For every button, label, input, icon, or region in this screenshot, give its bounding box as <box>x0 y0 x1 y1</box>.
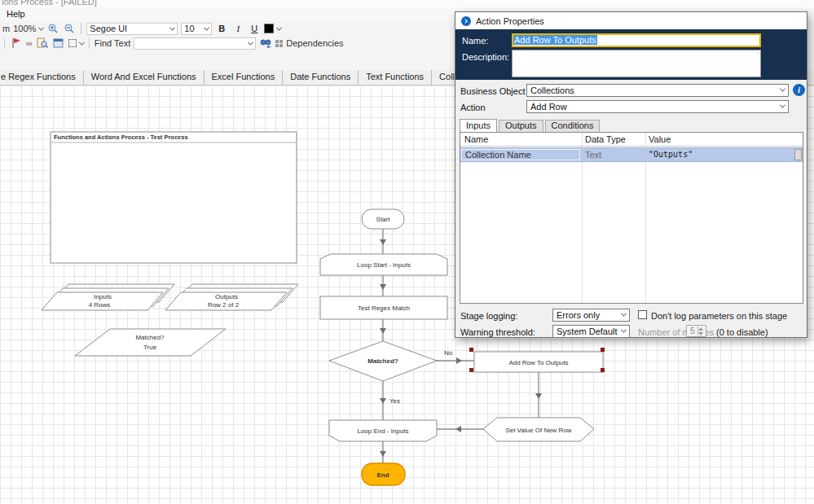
outputs-label: Outputs <box>215 293 238 300</box>
tab-conditions[interactable]: Conditions <box>545 120 601 132</box>
info-icon[interactable]: i <box>793 84 805 96</box>
underline-button[interactable]: U <box>248 22 261 35</box>
dependencies-label[interactable]: Dependencies <box>286 38 343 48</box>
chevron-down-icon <box>248 39 253 45</box>
cell-name[interactable]: Collection Name <box>461 149 580 160</box>
action-label: Action <box>460 103 486 112</box>
window-title-strip: ions Process - [FAILED] <box>0 0 814 8</box>
collection-outputs[interactable]: Outputs Row 2 of 2 <box>165 284 298 310</box>
breakpoint-flag-icon[interactable] <box>10 37 23 50</box>
stage-start[interactable]: Start <box>362 209 404 229</box>
scroll-down-icon[interactable]: ˎ <box>756 68 759 75</box>
zoom-value[interactable]: 100% <box>13 24 36 33</box>
spinner-up-icon[interactable] <box>698 327 703 331</box>
inputs-grid: Name Data Type Value Collection Name Tex… <box>460 132 803 304</box>
stage-end[interactable]: End <box>362 463 405 485</box>
loop-end-label: Loop End - Inputs <box>357 427 408 435</box>
toolbar-separator <box>4 37 5 49</box>
matched-data-label: Matched? <box>135 334 165 341</box>
bold-button[interactable]: B <box>215 22 228 35</box>
dont-log-checkbox[interactable] <box>638 310 647 319</box>
business-object-label: Business Object <box>460 86 525 96</box>
tab-regex-functions[interactable]: e Regex Functions <box>0 70 84 85</box>
selection-area-icon[interactable] <box>68 39 77 47</box>
font-size-combo[interactable]: 10 <box>181 23 212 35</box>
zoom-in-icon[interactable] <box>46 22 59 35</box>
stage-set-value-of-new-row[interactable]: Set Value Of New Row <box>483 418 594 441</box>
grid-row-collection-name[interactable]: Collection Name Text "Outputs" <box>460 147 803 162</box>
menu-help[interactable]: Help <box>3 9 29 19</box>
action-combo[interactable]: Add Row <box>526 100 789 113</box>
find-text-combo[interactable] <box>134 37 256 50</box>
expand-value-button[interactable] <box>794 149 802 160</box>
font-name-combo[interactable]: Segoe UI <box>86 23 178 35</box>
name-input-selected-text: Add Row To Outputs <box>513 35 597 45</box>
warning-threshold-combo[interactable]: System Default <box>552 325 630 338</box>
header-name: Name <box>464 134 488 144</box>
grid-header: Name Data Type Value <box>460 133 803 147</box>
zoom-dropdown-chevron-icon[interactable] <box>38 24 44 30</box>
end-label: End <box>376 471 389 479</box>
minutes-spinner[interactable]: 5 <box>686 325 706 337</box>
description-label: Description: <box>462 52 509 62</box>
tab-word-excel-functions[interactable]: Word And Excel Functions <box>84 70 205 85</box>
find-text-label: Find Text <box>95 38 130 48</box>
name-input[interactable]: Add Row To Outputs <box>512 33 761 47</box>
tab-text-functions[interactable]: Text Functions <box>359 70 432 85</box>
data-item-matched[interactable]: Matched? True <box>75 329 226 356</box>
business-object-combo[interactable]: Collections <box>526 84 789 97</box>
scroll-up-icon[interactable]: ˇ <box>756 52 759 59</box>
toolbar-separator <box>81 23 81 34</box>
dialog-title: Action Properties <box>476 16 544 26</box>
search-page-icon[interactable] <box>36 37 49 50</box>
italic-button[interactable]: I <box>231 22 244 35</box>
tab-inputs[interactable]: Inputs <box>460 119 497 132</box>
start-label: Start <box>376 216 391 223</box>
header-data-type: Data Type <box>585 134 626 144</box>
stage-decision-matched[interactable]: Matched? <box>329 341 437 381</box>
decision-label: Matched? <box>367 357 398 365</box>
disable-hint-label: (0 to disable) <box>716 327 768 337</box>
blueprism-orb-icon <box>461 16 471 26</box>
stage-loop-start[interactable]: Loop Start - Inputs <box>320 254 447 275</box>
stage-loop-end[interactable]: Loop End - Inputs <box>329 420 437 441</box>
tab-date-functions[interactable]: Date Functions <box>283 70 359 85</box>
window-title: ions Process - [FAILED] <box>2 0 97 7</box>
find-next-icon[interactable] <box>259 37 272 50</box>
stage-test-regex-match[interactable]: Test Regex Match <box>320 296 447 319</box>
chevron-down-icon <box>169 24 175 30</box>
font-color-swatch[interactable] <box>264 24 274 33</box>
inputs-label: Inputs <box>94 293 112 300</box>
minutes-value: 5 <box>690 327 695 335</box>
toolbar-separator <box>89 37 90 49</box>
zoom-out-icon[interactable] <box>63 22 76 35</box>
inputs-rows-label: 4 Rows <box>89 301 111 309</box>
description-textarea[interactable]: ˇ ˎ <box>512 50 761 77</box>
cell-data-type: Text <box>585 150 601 160</box>
link-icon[interactable]: ∞ <box>26 38 33 48</box>
process-note-box[interactable]: Functions and Actions Process - Test Pro… <box>51 132 297 263</box>
dialog-title-bar[interactable]: Action Properties <box>455 12 807 29</box>
outputs-row-label: Row 2 of 2 <box>208 301 240 309</box>
collection-inputs[interactable]: Inputs 4 Rows <box>42 284 174 310</box>
color-dropdown-chevron-icon[interactable] <box>276 24 282 30</box>
chevron-down-icon <box>621 327 627 333</box>
yes-branch-label: Yes <box>389 397 400 405</box>
selection-dropdown-chevron-icon[interactable] <box>79 39 85 45</box>
matched-data-value: True <box>143 344 157 351</box>
dependencies-icon[interactable] <box>275 40 283 47</box>
stage-add-row-to-outputs[interactable]: Add Row To Outputs <box>469 348 605 372</box>
tab-outputs[interactable]: Outputs <box>499 120 543 132</box>
set-value-label: Set Value Of New Row <box>505 427 571 434</box>
dont-log-label: Don't log parameters on this stage <box>651 311 787 321</box>
panel-view-icon[interactable] <box>52 37 65 50</box>
stage-logging-combo[interactable]: Errors only <box>552 309 630 322</box>
cell-value[interactable]: "Outputs" <box>649 150 693 159</box>
test-regex-label: Test Regex Match <box>358 305 410 312</box>
chevron-down-icon <box>780 86 785 92</box>
add-row-label: Add Row To Outputs <box>508 359 568 366</box>
tab-excel-functions[interactable]: Excel Functions <box>205 70 284 85</box>
dialog-tab-strip: Inputs Outputs Conditions <box>460 118 600 132</box>
loop-start-label: Loop Start - Inputs <box>357 261 411 269</box>
spinner-down-icon[interactable] <box>698 332 703 335</box>
